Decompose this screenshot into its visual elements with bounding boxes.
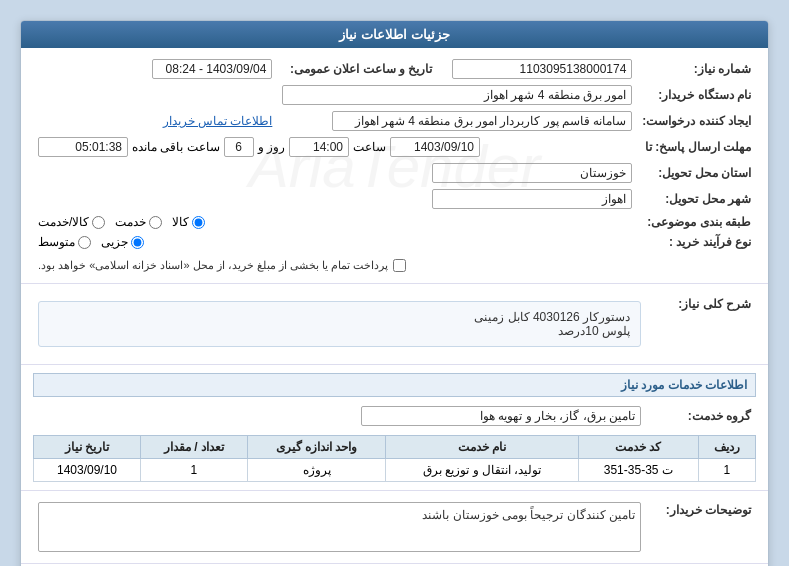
need-number-value: 1103095138000174 bbox=[452, 59, 632, 79]
main-container: جزئیات اطلاعات نیاز AriaTender شماره نیا… bbox=[20, 20, 769, 566]
cell-name: تولید، انتقال و توزیع برق bbox=[386, 459, 578, 482]
creator-value: سامانه قاسم پور کاربردار امور برق منطقه … bbox=[332, 111, 632, 131]
description-line1: دستورکار 4030126 کابل زمینی bbox=[49, 310, 630, 324]
reply-deadline-time: 14:00 bbox=[289, 137, 349, 157]
buyer-name-value: امور برق منطقه 4 شهر اهواز bbox=[282, 85, 632, 105]
transfer-city-value: اهواز bbox=[432, 189, 632, 209]
description-section: شرح کلی نیاز: دستورکار 4030126 کابل زمین… bbox=[21, 284, 768, 365]
reply-deadline-remaining: 05:01:38 bbox=[38, 137, 128, 157]
col-row: ردیف bbox=[698, 436, 755, 459]
table-row: 1 ت 35-35-351 تولید، انتقال و توزیع برق … bbox=[34, 459, 756, 482]
service-table: ردیف کد خدمت نام خدمت واحد اندازه گیری ت… bbox=[33, 435, 756, 482]
buyer-name-label: نام دستگاه خریدار: bbox=[637, 82, 756, 108]
reply-deadline-days: 6 bbox=[224, 137, 254, 157]
date-value: 1403/09/04 - 08:24 bbox=[152, 59, 272, 79]
creator-link[interactable]: اطلاعات تماس خریدار bbox=[163, 114, 273, 128]
description-line2: پلوس 10درصد bbox=[49, 324, 630, 338]
creator-label: ایجاد کننده درخواست: bbox=[637, 108, 756, 134]
transfer-province-label: استان محل تحویل: bbox=[637, 160, 756, 186]
buyer-notes-section: توضیحات خریدار: تامین کنندگان ترجیحاً بو… bbox=[21, 491, 768, 564]
col-unit: واحد اندازه گیری bbox=[247, 436, 386, 459]
process-partial-radio[interactable] bbox=[131, 236, 144, 249]
service-group-value: تامین برق، گاز، بخار و تهویه هوا bbox=[361, 406, 641, 426]
col-date: تاریخ نیاز bbox=[34, 436, 141, 459]
form-table: شماره نیاز: 1103095138000174 تاریخ و ساع… bbox=[33, 56, 756, 275]
category-label: طبقه بندی موضوعی: bbox=[637, 212, 756, 232]
page-header: جزئیات اطلاعات نیاز bbox=[21, 21, 768, 48]
reply-deadline-label: مهلت ارسال پاسخ: تا bbox=[637, 134, 756, 160]
category-service-option[interactable]: خدمت bbox=[115, 215, 162, 229]
page-title: جزئیات اطلاعات نیاز bbox=[339, 27, 449, 42]
process-medium-option[interactable]: متوسط bbox=[38, 235, 91, 249]
service-info-section: اطلاعات خدمات مورد نیاز گروه خدمت: تامین… bbox=[21, 365, 768, 491]
category-goods-service-radio[interactable] bbox=[92, 216, 105, 229]
cell-unit: پروژه bbox=[247, 459, 386, 482]
process-medium-radio[interactable] bbox=[78, 236, 91, 249]
category-goods-radio[interactable] bbox=[192, 216, 205, 229]
cell-code: ت 35-35-351 bbox=[578, 459, 698, 482]
service-group-label: گروه خدمت: bbox=[646, 403, 756, 429]
col-code: کد خدمت bbox=[578, 436, 698, 459]
day-label: روز و bbox=[258, 140, 285, 154]
need-number-label: شماره نیاز: bbox=[637, 56, 756, 82]
buyer-notes-label: توضیحات خریدار: bbox=[646, 499, 756, 555]
payment-checkbox-row: پرداخت تمام یا بخشی از مبلغ خرید، از محل… bbox=[38, 259, 751, 272]
category-service-radio[interactable] bbox=[149, 216, 162, 229]
description-label: شرح کلی نیاز: bbox=[646, 292, 756, 356]
date-label: تاریخ و ساعت اعلان عمومی: bbox=[277, 56, 437, 82]
transfer-province-value: خوزستان bbox=[432, 163, 632, 183]
payment-checkbox[interactable] bbox=[393, 259, 406, 272]
cell-count: 1 bbox=[140, 459, 247, 482]
payment-checkbox-label: پرداخت تمام یا بخشی از مبلغ خرید، از محل… bbox=[38, 259, 388, 272]
col-name: نام خدمت bbox=[386, 436, 578, 459]
transfer-city-label: شهر محل تحویل: bbox=[637, 186, 756, 212]
process-partial-option[interactable]: جزیی bbox=[101, 235, 144, 249]
reply-deadline-date: 1403/09/10 bbox=[390, 137, 480, 157]
remaining-label: ساعت باقی مانده bbox=[132, 140, 220, 154]
description-box: دستورکار 4030126 کابل زمینی پلوس 10درصد bbox=[38, 301, 641, 347]
time-label: ساعت bbox=[353, 140, 386, 154]
category-goods-option[interactable]: کالا bbox=[172, 215, 205, 229]
process-type-label: نوع فرآیند خرید : bbox=[637, 232, 756, 252]
cell-date: 1403/09/10 bbox=[34, 459, 141, 482]
col-count: تعداد / مقدار bbox=[140, 436, 247, 459]
category-goods-service-option[interactable]: کالا/خدمت bbox=[38, 215, 105, 229]
form-section: AriaTender شماره نیاز: 1103095138000174 … bbox=[21, 48, 768, 284]
cell-row: 1 bbox=[698, 459, 755, 482]
service-info-title: اطلاعات خدمات مورد نیاز bbox=[33, 373, 756, 397]
buyer-notes-value: تامین کنندگان ترجیحاً بومی خوزستان باشند bbox=[38, 502, 641, 552]
